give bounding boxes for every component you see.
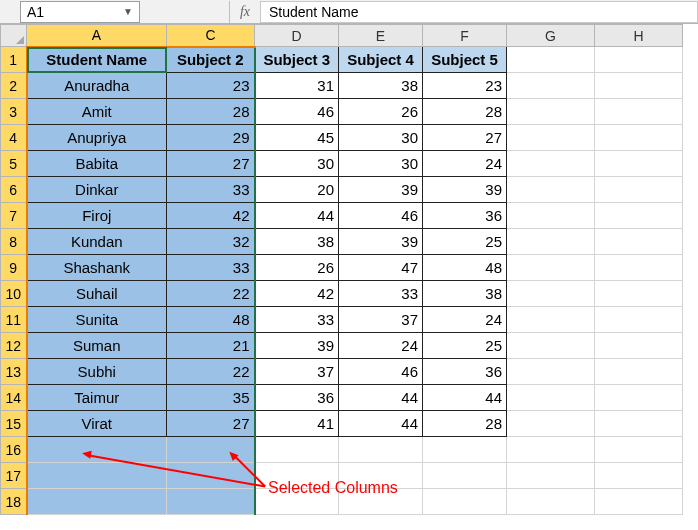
cell[interactable]: 20 <box>255 177 339 203</box>
cell[interactable] <box>507 463 595 489</box>
cell[interactable]: 25 <box>423 229 507 255</box>
cell[interactable]: 47 <box>339 255 423 281</box>
cell[interactable] <box>507 281 595 307</box>
cell[interactable] <box>595 359 683 385</box>
cell[interactable]: Amit <box>27 99 167 125</box>
cell[interactable]: 27 <box>167 151 255 177</box>
column-header-D[interactable]: D <box>255 25 339 47</box>
cell[interactable]: 48 <box>167 307 255 333</box>
cell[interactable] <box>423 437 507 463</box>
cell[interactable]: 44 <box>339 385 423 411</box>
cell[interactable]: Taimur <box>27 385 167 411</box>
cell[interactable] <box>507 411 595 437</box>
cell[interactable]: Subject 4 <box>339 47 423 73</box>
cell[interactable] <box>507 385 595 411</box>
row-header[interactable]: 15 <box>1 411 27 437</box>
cell[interactable]: 44 <box>339 411 423 437</box>
cell[interactable] <box>167 437 255 463</box>
column-header-H[interactable]: H <box>595 25 683 47</box>
row-header[interactable]: 5 <box>1 151 27 177</box>
row-header[interactable]: 6 <box>1 177 27 203</box>
cell[interactable]: 37 <box>339 307 423 333</box>
cell[interactable]: 26 <box>255 255 339 281</box>
cell[interactable] <box>595 125 683 151</box>
cell[interactable]: 31 <box>255 73 339 99</box>
cell[interactable]: 36 <box>423 203 507 229</box>
cell[interactable] <box>595 177 683 203</box>
cell[interactable]: Kundan <box>27 229 167 255</box>
cell[interactable] <box>507 333 595 359</box>
cell[interactable]: 39 <box>423 177 507 203</box>
cell[interactable] <box>595 437 683 463</box>
cell[interactable]: 30 <box>255 151 339 177</box>
cell[interactable] <box>423 489 507 515</box>
cell[interactable]: Student Name <box>27 47 167 73</box>
cell[interactable]: 22 <box>167 359 255 385</box>
column-header-A[interactable]: A <box>27 25 167 47</box>
cell[interactable]: Dinkar <box>27 177 167 203</box>
fx-icon[interactable]: fx <box>230 4 260 20</box>
cell[interactable] <box>507 437 595 463</box>
cell[interactable] <box>507 151 595 177</box>
column-header-E[interactable]: E <box>339 25 423 47</box>
row-header[interactable]: 7 <box>1 203 27 229</box>
cell[interactable]: Shashank <box>27 255 167 281</box>
cell[interactable] <box>507 203 595 229</box>
cell[interactable] <box>595 255 683 281</box>
cell[interactable] <box>595 281 683 307</box>
cell[interactable] <box>507 229 595 255</box>
cell[interactable] <box>507 125 595 151</box>
cell[interactable] <box>255 489 339 515</box>
cell[interactable]: 36 <box>423 359 507 385</box>
cell[interactable]: 38 <box>423 281 507 307</box>
cell[interactable]: 23 <box>423 73 507 99</box>
cell[interactable] <box>595 333 683 359</box>
row-header[interactable]: 18 <box>1 489 27 515</box>
row-header[interactable]: 10 <box>1 281 27 307</box>
select-all-corner[interactable] <box>1 25 27 47</box>
formula-input[interactable]: Student Name <box>260 1 698 23</box>
cell[interactable]: 24 <box>423 151 507 177</box>
cell[interactable] <box>507 489 595 515</box>
row-header[interactable]: 2 <box>1 73 27 99</box>
cell[interactable] <box>595 203 683 229</box>
cell[interactable]: 33 <box>167 255 255 281</box>
cell[interactable]: 39 <box>339 229 423 255</box>
cell[interactable]: 44 <box>255 203 339 229</box>
cell[interactable]: Subject 2 <box>167 47 255 73</box>
cell[interactable] <box>595 463 683 489</box>
cell[interactable]: Virat <box>27 411 167 437</box>
cell[interactable] <box>507 47 595 73</box>
row-header[interactable]: 8 <box>1 229 27 255</box>
row-header[interactable]: 4 <box>1 125 27 151</box>
cell[interactable]: 46 <box>255 99 339 125</box>
cell[interactable]: 26 <box>339 99 423 125</box>
row-header[interactable]: 16 <box>1 437 27 463</box>
cell[interactable]: 37 <box>255 359 339 385</box>
cell[interactable]: 24 <box>339 333 423 359</box>
cell[interactable] <box>595 151 683 177</box>
cell[interactable] <box>595 307 683 333</box>
row-header[interactable]: 9 <box>1 255 27 281</box>
cell[interactable]: 41 <box>255 411 339 437</box>
cell[interactable]: 22 <box>167 281 255 307</box>
cell[interactable]: Subject 5 <box>423 47 507 73</box>
cell[interactable]: 33 <box>339 281 423 307</box>
cell[interactable] <box>507 73 595 99</box>
cell[interactable]: Anupriya <box>27 125 167 151</box>
cell[interactable] <box>255 437 339 463</box>
cell[interactable]: Anuradha <box>27 73 167 99</box>
cell[interactable] <box>339 437 423 463</box>
cell[interactable] <box>595 73 683 99</box>
name-box[interactable]: A1 ▼ <box>20 1 140 23</box>
cell[interactable] <box>27 489 167 515</box>
column-header-C[interactable]: C <box>167 25 255 47</box>
row-header[interactable]: 13 <box>1 359 27 385</box>
column-header-F[interactable]: F <box>423 25 507 47</box>
cell[interactable]: 42 <box>167 203 255 229</box>
cell[interactable]: 44 <box>423 385 507 411</box>
cell[interactable]: 28 <box>423 99 507 125</box>
cell[interactable] <box>507 307 595 333</box>
cell[interactable]: 33 <box>255 307 339 333</box>
cell[interactable]: Suman <box>27 333 167 359</box>
